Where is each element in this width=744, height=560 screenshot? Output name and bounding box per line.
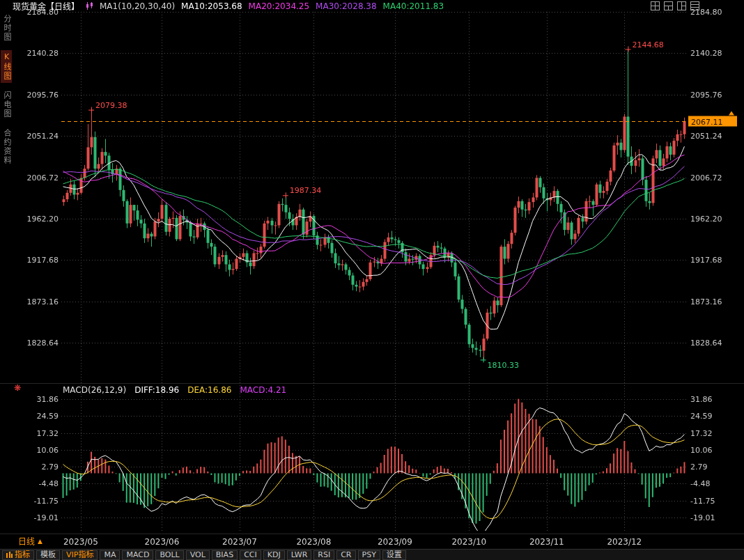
layout-grid-icon[interactable] — [651, 1, 660, 10]
toolbar-macd-button[interactable]: MACD — [122, 550, 153, 560]
indicator-icon — [6, 552, 13, 558]
chart-header: 现货黄金【日线】 MA1(10,20,30,40) MA10:2053.68 M… — [13, 0, 744, 12]
sidebar-item-kline-chart[interactable]: K线图 — [1, 50, 12, 83]
macd-hist-value: MACD:4.21 — [240, 385, 286, 395]
kline-legend-icon — [86, 2, 93, 10]
ma30-value: MA30:2028.38 — [316, 1, 377, 11]
toolbar-settings-button[interactable]: 设置 — [382, 550, 406, 560]
period-label: 日线 — [18, 535, 35, 547]
layout-split-bottom-icon[interactable] — [664, 1, 673, 10]
toolbar-vol-button[interactable]: VOL — [186, 550, 210, 560]
macd-diff-value: DIFF:18.96 — [134, 385, 179, 395]
toolbar-cci-button[interactable]: CCI — [240, 550, 261, 560]
toolbar-kdj-button[interactable]: KDJ — [263, 550, 285, 560]
instrument-title: 现货黄金【日线】 — [13, 0, 79, 12]
price-chart-canvas[interactable] — [0, 0, 744, 549]
toolbar-cr-button[interactable]: CR — [336, 550, 355, 560]
layout-icon-group — [651, 1, 699, 10]
ma40-value: MA40:2011.83 — [383, 1, 444, 11]
toolbar-rsi-button[interactable]: RSI — [313, 550, 334, 560]
toolbar-bias-button[interactable]: BIAS — [212, 550, 238, 560]
trading-app-window: 现货黄金【日线】 MA1(10,20,30,40) MA10:2053.68 M… — [0, 0, 744, 560]
toolbar-template-button[interactable]: 模板 — [36, 550, 60, 560]
macd-legend: MACD(26,12,9) DIFF:18.96 DEA:16.86 MACD:… — [63, 385, 286, 395]
macd-dea-value: DEA:16.86 — [187, 385, 231, 395]
layout-rows-icon[interactable] — [690, 1, 699, 10]
bottom-toolbar: 指标 模板 VIP指标 MA MACD BOLL VOL BIAS CCI KD… — [0, 549, 744, 560]
chart-type-sidebar: 分时图 K线图 闪电图 合约资料 — [0, 13, 13, 532]
layout-split-right-icon[interactable] — [677, 1, 686, 10]
indicator-flag-icon[interactable]: ❋ — [14, 383, 21, 393]
toolbar-boll-button[interactable]: BOLL — [155, 550, 183, 560]
period-arrow-icon: ▲ — [38, 538, 42, 545]
toolbar-lwr-button[interactable]: LWR — [287, 550, 312, 560]
period-selector[interactable]: 日线 ▲ — [18, 535, 42, 547]
toolbar-indicators-button[interactable]: 指标 — [2, 550, 34, 560]
sidebar-item-contract-info[interactable]: 合约资料 — [1, 127, 12, 167]
toolbar-psy-button[interactable]: PSY — [358, 550, 380, 560]
sidebar-item-timeshare-chart[interactable]: 分时图 — [1, 13, 12, 44]
toolbar-indicators-label: 指标 — [15, 551, 30, 559]
ma-group-label: MA1(10,20,30,40) — [100, 1, 175, 11]
toolbar-vip-indicators-button[interactable]: VIP指标 — [62, 550, 98, 560]
ma20-value: MA20:2034.25 — [249, 1, 310, 11]
macd-params-label: MACD(26,12,9) — [63, 385, 126, 395]
toolbar-ma-button[interactable]: MA — [100, 550, 120, 560]
ma10-value: MA10:2053.68 — [181, 1, 242, 11]
sidebar-item-lightning-chart[interactable]: 闪电图 — [1, 89, 12, 120]
